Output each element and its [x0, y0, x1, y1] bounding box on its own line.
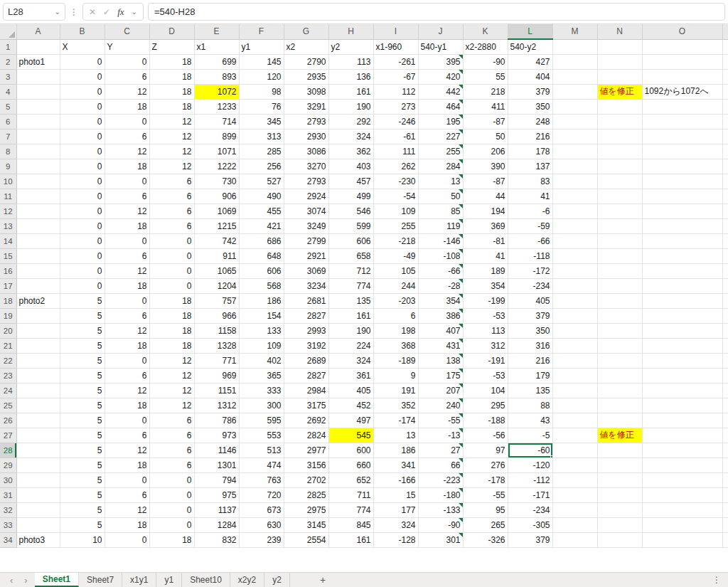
cell-A1[interactable] [16, 39, 60, 54]
cell-O14[interactable] [642, 233, 722, 248]
cell-H7[interactable]: 324 [328, 129, 373, 144]
cell-M34[interactable] [552, 532, 597, 547]
cell-F4[interactable]: 98 [239, 84, 284, 99]
cell-K15[interactable]: 41 [463, 248, 508, 263]
row-header-10[interactable]: 10 [0, 174, 16, 189]
cell-F23[interactable]: 365 [239, 368, 284, 383]
cell-N15[interactable] [597, 248, 642, 263]
cell-B24[interactable]: 5 [60, 383, 105, 398]
cell-M5[interactable] [552, 99, 597, 114]
cell-J21[interactable]: 431 [418, 338, 463, 353]
cell-G23[interactable]: 2827 [284, 368, 328, 383]
cell-E9[interactable]: 1222 [194, 159, 239, 174]
cell-H32[interactable]: 774 [328, 502, 373, 517]
chevron-down-icon[interactable]: ⌄ [132, 9, 137, 16]
cell-A26[interactable] [16, 413, 60, 428]
cell-D10[interactable]: 6 [149, 174, 194, 189]
cell-I9[interactable]: 262 [373, 159, 418, 174]
cell-M23[interactable] [552, 368, 597, 383]
cell-J10[interactable]: 13 [418, 174, 463, 189]
cell-D5[interactable]: 18 [149, 99, 194, 114]
cell-E15[interactable]: 911 [194, 248, 239, 263]
cell-J32[interactable]: -133 [418, 502, 463, 517]
cell-F12[interactable]: 455 [239, 203, 284, 218]
cell-E7[interactable]: 899 [194, 129, 239, 144]
cell-A12[interactable] [16, 203, 60, 218]
cell-O20[interactable] [642, 323, 722, 338]
cell-L23[interactable]: 179 [508, 368, 552, 383]
cell-E24[interactable]: 1151 [194, 383, 239, 398]
cell-D4[interactable]: 18 [149, 84, 194, 99]
cell-L17[interactable]: -234 [508, 278, 552, 293]
cell-H10[interactable]: 457 [328, 174, 373, 189]
cell-F27[interactable]: 553 [239, 428, 284, 443]
cell-G28[interactable]: 2977 [284, 443, 328, 458]
sheet-tab-y1[interactable]: y1 [156, 573, 182, 587]
column-header-H[interactable]: H [328, 24, 373, 39]
cell-G31[interactable]: 2825 [284, 487, 328, 502]
row-header-28[interactable]: 28 [0, 443, 16, 458]
column-header-A[interactable]: A [16, 24, 60, 39]
cell-E23[interactable]: 969 [194, 368, 239, 383]
cell-K21[interactable]: 312 [463, 338, 508, 353]
cell-K34[interactable]: -326 [463, 532, 508, 547]
cell-C9[interactable]: 18 [105, 159, 149, 174]
cell-L9[interactable]: 137 [508, 159, 552, 174]
cell-B16[interactable]: 0 [60, 263, 105, 278]
cell-D2[interactable]: 18 [149, 54, 194, 69]
cell-E19[interactable]: 966 [194, 308, 239, 323]
cell-G14[interactable]: 2799 [284, 233, 328, 248]
cell-H24[interactable]: 405 [328, 383, 373, 398]
row-header-9[interactable]: 9 [0, 159, 16, 174]
cell-I7[interactable]: -61 [373, 129, 418, 144]
cell-K11[interactable]: 44 [463, 189, 508, 203]
cell-I26[interactable]: -174 [373, 413, 418, 428]
cell-L3[interactable]: 404 [508, 69, 552, 84]
cell-I24[interactable]: 191 [373, 383, 418, 398]
cell-J16[interactable]: -66 [418, 263, 463, 278]
cell-B33[interactable]: 5 [60, 517, 105, 532]
row-header-4[interactable]: 4 [0, 84, 16, 99]
cell-A23[interactable] [16, 368, 60, 383]
cell-L22[interactable]: 216 [508, 353, 552, 368]
cell-J17[interactable]: -28 [418, 278, 463, 293]
cell-O9[interactable] [642, 159, 722, 174]
cell-K4[interactable]: 218 [463, 84, 508, 99]
cell-C14[interactable]: 0 [105, 233, 149, 248]
cell-M22[interactable] [552, 353, 597, 368]
cell-J15[interactable]: -108 [418, 248, 463, 263]
cell-D33[interactable]: 0 [149, 517, 194, 532]
cell-L29[interactable]: -120 [508, 458, 552, 472]
cell-C17[interactable]: 18 [105, 278, 149, 293]
cell-F25[interactable]: 300 [239, 398, 284, 413]
row-header-8[interactable]: 8 [0, 144, 16, 159]
cell-B13[interactable]: 0 [60, 218, 105, 233]
cell-J27[interactable]: -13 [418, 428, 463, 443]
cell-M32[interactable] [552, 502, 597, 517]
cell-H15[interactable]: 658 [328, 248, 373, 263]
cell-F34[interactable]: 239 [239, 532, 284, 547]
cell-L15[interactable]: -118 [508, 248, 552, 263]
cell-E4[interactable]: 1072 [194, 84, 239, 99]
cell-N27[interactable]: 値を修正 [597, 428, 642, 443]
cell-J29[interactable]: 66 [418, 458, 463, 472]
cell-M11[interactable] [552, 189, 597, 203]
cell-F19[interactable]: 154 [239, 308, 284, 323]
cell-L30[interactable]: -112 [508, 472, 552, 487]
cell-J14[interactable]: -146 [418, 233, 463, 248]
cell-N6[interactable] [597, 114, 642, 129]
cell-B30[interactable]: 5 [60, 472, 105, 487]
cell-C33[interactable]: 18 [105, 517, 149, 532]
cell-I13[interactable]: 255 [373, 218, 418, 233]
cell-L6[interactable]: 248 [508, 114, 552, 129]
fill-handle[interactable] [550, 455, 553, 458]
cell-K23[interactable]: -53 [463, 368, 508, 383]
cell-M2[interactable] [552, 54, 597, 69]
cell-E12[interactable]: 1069 [194, 203, 239, 218]
cell-M10[interactable] [552, 174, 597, 189]
cell-I34[interactable]: -128 [373, 532, 418, 547]
cell-K8[interactable]: 206 [463, 144, 508, 159]
cell-B8[interactable]: 0 [60, 144, 105, 159]
cell-J22[interactable]: 138 [418, 353, 463, 368]
cell-M3[interactable] [552, 69, 597, 84]
